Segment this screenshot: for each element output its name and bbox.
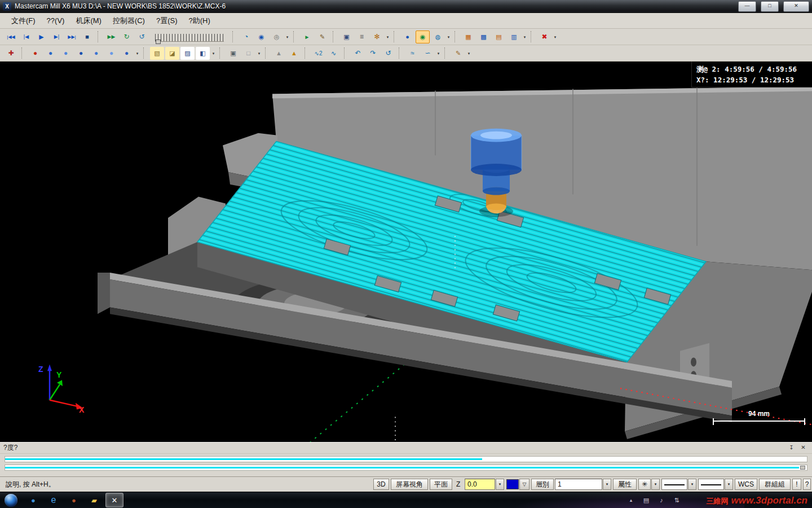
groups-button[interactable]: 群組組: [759, 479, 791, 490]
tool-display-color-button[interactable]: ▲: [287, 47, 301, 60]
tool-display-gray-button[interactable]: ▲: [272, 47, 286, 60]
viewport-3d-scene[interactable]: Z Y X: [0, 62, 812, 442]
sim-settings-button[interactable]: ✻: [370, 30, 384, 43]
machine-component-6-button[interactable]: ●: [120, 47, 134, 60]
rotate-ccw-button[interactable]: ↶: [351, 47, 365, 60]
sim-speed-slider-handle[interactable]: [156, 40, 161, 44]
machine-component-4-button[interactable]: ●: [89, 47, 103, 60]
view-3d-button[interactable]: 3D: [373, 479, 389, 490]
sim-stop-button[interactable]: ■: [80, 30, 94, 43]
grid-pattern-4-button-drop[interactable]: ▾: [522, 31, 528, 43]
minimize-button[interactable]: —: [738, 1, 756, 12]
progress-bar-2-thumb[interactable]: [800, 466, 805, 470]
gnomon-button[interactable]: ✚: [4, 47, 18, 60]
machine-component-1-button[interactable]: ●: [43, 47, 58, 60]
graphics-viewport[interactable]: Z Y X 测@ 2: 4:59:56 / 4:59:56 X?: 12:29:…: [0, 62, 812, 442]
grid-pattern-2-button[interactable]: ▩: [476, 30, 491, 43]
machine-component-6-button-drop[interactable]: ▾: [134, 47, 140, 59]
sim-run-button[interactable]: ▶▶: [104, 30, 118, 43]
maximize-button[interactable]: □: [761, 1, 779, 12]
menu-item-6[interactable]: ?助(H): [183, 14, 216, 28]
sim-loop-button[interactable]: ↻: [120, 30, 134, 43]
rotate-cw-button[interactable]: ↷: [366, 47, 380, 60]
grid-pattern-1-button[interactable]: ▦: [461, 30, 475, 43]
toolpath-report-1-button[interactable]: ▨: [180, 47, 195, 60]
edit-path-button[interactable]: ✎: [451, 47, 465, 60]
toolpath-report-2-button[interactable]: ◧: [196, 47, 210, 60]
z-depth-dropdown[interactable]: ▾: [496, 479, 504, 490]
taskbar-app-explorer-button[interactable]: ▰: [85, 493, 103, 507]
machine-component-5-button[interactable]: ●: [104, 47, 118, 60]
screen-capture-button[interactable]: ▣: [339, 30, 354, 43]
sim-speed-slider[interactable]: [155, 34, 224, 42]
sim-globe-button[interactable]: ◉: [254, 30, 268, 43]
toolpath-report-2-button-drop[interactable]: ▾: [210, 47, 217, 59]
sim-restart-button[interactable]: ↺: [135, 30, 149, 43]
sim-fast-forward-button[interactable]: ▶▶|: [65, 30, 79, 43]
taskbar-app-ie-button[interactable]: e: [45, 493, 63, 507]
progress-panel-header[interactable]: ?度? ↧ ✕: [0, 443, 812, 454]
stock-view-wire-button[interactable]: □: [241, 47, 255, 60]
progress-bar-2[interactable]: [5, 465, 807, 471]
help-button[interactable]: ?: [803, 479, 811, 490]
taskbar-app-mastercam-button[interactable]: ✕: [105, 493, 123, 507]
pin-icon[interactable]: ↧: [786, 443, 797, 453]
path-smooth-button[interactable]: ≈: [405, 47, 420, 60]
select-arrow-button[interactable]: ►: [300, 30, 314, 43]
level-input[interactable]: 1: [555, 479, 602, 490]
start-button[interactable]: [5, 494, 17, 507]
attributes-button[interactable]: 屬性: [613, 479, 637, 490]
title-bar[interactable]: X Mastercam Mill X6 MU3 D:\A - NEW WORK\…: [0, 0, 812, 13]
menu-item-3[interactable]: 机床(M): [70, 14, 107, 28]
close-button[interactable]: ✕: [783, 1, 809, 12]
taskbar-app-browser-button[interactable]: ●: [65, 493, 83, 507]
stock-display-button[interactable]: ●: [400, 30, 414, 43]
line-style-select[interactable]: [698, 479, 724, 490]
world-display-button[interactable]: ◍: [431, 30, 445, 43]
stock-component-red-button[interactable]: ●: [28, 47, 42, 60]
tray-show-hidden-button[interactable]: ▴: [625, 493, 637, 507]
tray-volume-icon-button[interactable]: ♪: [656, 493, 667, 507]
path-zigzag-button[interactable]: ∽: [421, 47, 435, 60]
sim-step-forward-button[interactable]: ▶|: [50, 30, 64, 43]
grid-pattern-3-button[interactable]: ▤: [492, 30, 506, 43]
menu-item-1[interactable]: 文件(F): [6, 14, 41, 28]
stock-view-solid-button[interactable]: ▣: [226, 47, 240, 60]
path-zigzag-button-drop[interactable]: ▾: [435, 47, 442, 59]
line-style-dropdown[interactable]: ▾: [725, 479, 733, 490]
verify-active-button[interactable]: ◉: [416, 30, 430, 43]
z-depth-input[interactable]: 0.0: [465, 479, 495, 490]
line-width-select[interactable]: [661, 479, 687, 490]
grid-pattern-4-button[interactable]: ▥: [507, 30, 521, 43]
sim-section-view-button-drop[interactable]: ▾: [284, 31, 290, 43]
close-icon[interactable]: ✕: [798, 443, 809, 453]
machine-component-3-button[interactable]: ●: [74, 47, 88, 60]
tray-printer-icon-button[interactable]: ▤: [641, 493, 652, 507]
menu-item-4[interactable]: 控制器(C): [107, 14, 151, 28]
level-dropdown[interactable]: ▾: [603, 479, 611, 490]
list-report-button[interactable]: ≡: [355, 30, 369, 43]
taskbar-app-media-button[interactable]: ●: [24, 493, 42, 507]
warn-button[interactable]: !: [792, 479, 801, 490]
rotate-reset-button[interactable]: ↺: [381, 47, 395, 60]
toolpath-analyze-2-button[interactable]: ◪: [165, 47, 179, 60]
sim-step-back-button[interactable]: |◀: [19, 30, 33, 43]
plane-button[interactable]: 平面: [430, 479, 452, 490]
point-style-dropdown[interactable]: ▾: [651, 479, 660, 490]
screen-view-button[interactable]: 屏幕視角: [391, 479, 428, 490]
annotate-button[interactable]: ✎: [315, 30, 329, 43]
toolpath-curve-1-button[interactable]: ∿2: [311, 47, 325, 60]
stock-view-wire-button-drop[interactable]: ▾: [256, 47, 262, 59]
sim-rewind-button[interactable]: |◀◀: [4, 30, 18, 43]
edit-path-button-drop[interactable]: ▾: [466, 47, 472, 59]
sim-time-display-button[interactable]: ◔: [239, 30, 253, 43]
color-dropdown[interactable]: ▽: [519, 479, 529, 490]
menu-item-5[interactable]: ?置(S): [151, 14, 183, 28]
tray-network-icon-button[interactable]: ⇅: [671, 493, 682, 507]
color-swatch[interactable]: [506, 479, 519, 489]
wcs-button[interactable]: WCS: [735, 479, 757, 490]
sim-settings-button-drop[interactable]: ▾: [385, 31, 391, 43]
sim-play-button[interactable]: ▶: [34, 30, 48, 43]
toolpath-analyze-1-button[interactable]: ▧: [150, 47, 164, 60]
world-display-button-drop[interactable]: ▾: [445, 31, 452, 43]
